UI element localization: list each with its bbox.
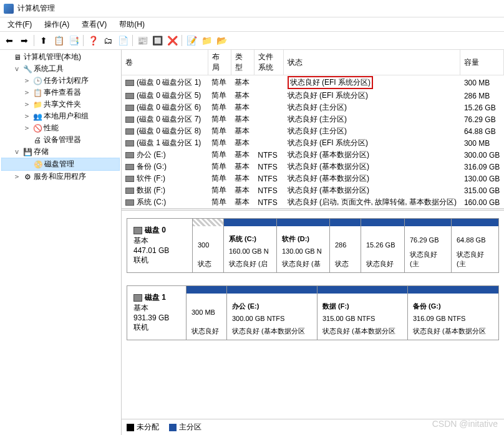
tree-local-users[interactable]: >👥本地用户和组 — [1, 110, 120, 122]
col-type[interactable]: 类型 — [231, 50, 254, 75]
volume-list: 卷 布局 类型 文件系统 状态 容量 (磁盘 0 磁盘分区 1)简单基本状态良好… — [122, 50, 504, 208]
table-row[interactable]: (磁盘 0 磁盘分区 7)简单基本状态良好 (主分区)76.29 GB — [122, 113, 504, 125]
menu-view[interactable]: 查看(V) — [77, 18, 112, 31]
menu-help[interactable]: 帮助(H) — [114, 18, 150, 31]
partition[interactable]: 软件 (D:)130.00 GB N状态良好 (基 — [277, 219, 330, 272]
partition[interactable]: 办公 (E:)300.00 GB NTFS状态良好 (基本数据分区 — [227, 286, 317, 340]
table-row[interactable]: (磁盘 0 磁盘分区 8)简单基本状态良好 (主分区)64.88 GB — [122, 125, 504, 137]
tree-performance[interactable]: >🚫性能 — [1, 122, 120, 134]
toolbar-btn-10[interactable]: ❌ — [165, 34, 179, 47]
col-layout[interactable]: 布局 — [208, 50, 231, 75]
partition[interactable]: 300 MB状态良好 — [187, 286, 227, 340]
tree-event-viewer[interactable]: >📋事件查看器 — [1, 87, 120, 98]
partition[interactable]: 15.26 GB状态良好 — [361, 219, 405, 272]
tree-system-tools[interactable]: v🔧系统工具 — [1, 63, 120, 75]
col-volume[interactable]: 卷 — [122, 50, 208, 75]
toolbar-btn-5[interactable]: ❓ — [86, 34, 100, 47]
partition[interactable]: 300状态 — [193, 219, 224, 272]
tree-root[interactable]: 🖥计算机管理(本地) — [1, 51, 120, 63]
partition[interactable]: 286状态 — [330, 219, 361, 272]
disk-row: 磁盘 1基本931.39 GB联机300 MB状态良好办公 (E:)300.00… — [127, 285, 499, 340]
titlebar: 计算机管理 — [0, 0, 504, 17]
partition[interactable]: 系统 (C:)160.00 GB N状态良好 (启 — [224, 219, 277, 272]
toolbar-btn-7[interactable]: 📄 — [116, 34, 130, 47]
toolbar-btn-12[interactable]: 📁 — [200, 34, 213, 47]
menu-action[interactable]: 操作(A) — [39, 18, 74, 31]
legend: 未分配 主分区 — [122, 419, 504, 435]
tree-disk-management[interactable]: 📀磁盘管理 — [1, 158, 120, 171]
tree-task-scheduler[interactable]: >🕒任务计划程序 — [1, 75, 120, 87]
tree-storage[interactable]: v💾存储 — [1, 146, 120, 158]
partition[interactable]: 备份 (G:)316.09 GB NTFS状态良好 (基本数据分区 — [408, 286, 498, 340]
toolbar-btn-6[interactable]: 🗂 — [101, 34, 115, 47]
toolbar-btn-9[interactable]: 🔲 — [150, 34, 164, 47]
toolbar-btn-1[interactable]: ➡ — [17, 34, 31, 47]
disk-map: 磁盘 0基本447.01 GB联机300状态系统 (C:)160.00 GB N… — [122, 211, 504, 419]
toolbar-btn-0[interactable]: ⬅ — [2, 34, 16, 47]
toolbar-btn-8[interactable]: 📰 — [135, 34, 149, 47]
table-row[interactable]: 数据 (F:)简单基本NTFS状态良好 (基本数据分区)315.00 GB — [122, 184, 504, 196]
table-row[interactable]: (磁盘 0 磁盘分区 5)简单基本状态良好 (EFI 系统分区)286 MB — [122, 90, 504, 102]
table-row[interactable]: 备份 (G:)简单基本NTFS状态良好 (基本数据分区)316.09 GB — [122, 161, 504, 173]
table-row[interactable]: (磁盘 0 磁盘分区 1)简单基本状态良好 (EFI 系统分区)300 MB — [122, 75, 504, 90]
toolbar-btn-3[interactable]: 📋 — [52, 34, 65, 47]
col-filesystem[interactable]: 文件系统 — [254, 50, 283, 75]
legend-unallocated: 未分配 — [137, 423, 159, 431]
table-row[interactable]: (磁盘 0 磁盘分区 6)简单基本状态良好 (主分区)15.26 GB — [122, 102, 504, 113]
app-icon — [4, 4, 14, 14]
table-row[interactable]: 办公 (E:)简单基本NTFS状态良好 (基本数据分区)300.00 GB — [122, 149, 504, 161]
toolbar-btn-2[interactable]: ⬆ — [37, 34, 51, 47]
window-title: 计算机管理 — [17, 3, 55, 14]
toolbar-btn-13[interactable]: 📂 — [215, 34, 228, 47]
partition[interactable]: 64.88 GB状态良好 (主 — [452, 219, 498, 272]
partition[interactable]: 数据 (F:)315.00 GB NTFS状态良好 (基本数据分区 — [317, 286, 408, 340]
toolbar-btn-11[interactable]: 📝 — [185, 34, 198, 47]
menubar: 文件(F) 操作(A) 查看(V) 帮助(H) — [0, 17, 504, 31]
table-row[interactable]: (磁盘 1 磁盘分区 1)简单基本状态良好 (EFI 系统分区)300 MB — [122, 137, 504, 149]
col-capacity[interactable]: 容量 — [460, 50, 504, 75]
menu-file[interactable]: 文件(F) — [2, 18, 37, 31]
tree-device-manager[interactable]: 🖨设备管理器 — [1, 134, 120, 146]
disk-row: 磁盘 0基本447.01 GB联机300状态系统 (C:)160.00 GB N… — [127, 218, 499, 273]
table-row[interactable]: 软件 (F:)简单基本NTFS状态良好 (基本数据分区)130.00 GB — [122, 173, 504, 184]
tree-services-apps[interactable]: >⚙服务和应用程序 — [1, 171, 120, 183]
legend-primary: 主分区 — [179, 423, 201, 431]
nav-tree: 🖥计算机管理(本地) v🔧系统工具 >🕒任务计划程序 >📋事件查看器 >📁共享文… — [0, 50, 122, 435]
table-row[interactable]: 系统 (C:)简单基本NTFS状态良好 (启动, 页面文件, 故障转储, 基本数… — [122, 196, 504, 208]
toolbar-btn-4[interactable]: 📑 — [67, 34, 80, 47]
tree-shared-folders[interactable]: >📁共享文件夹 — [1, 98, 120, 110]
partition[interactable]: 76.29 GB状态良好 (主 — [405, 219, 452, 272]
col-status[interactable]: 状态 — [284, 50, 460, 75]
toolbar: ⬅➡⬆📋📑❓🗂📄📰🔲❌📝📁📂 — [0, 31, 504, 50]
